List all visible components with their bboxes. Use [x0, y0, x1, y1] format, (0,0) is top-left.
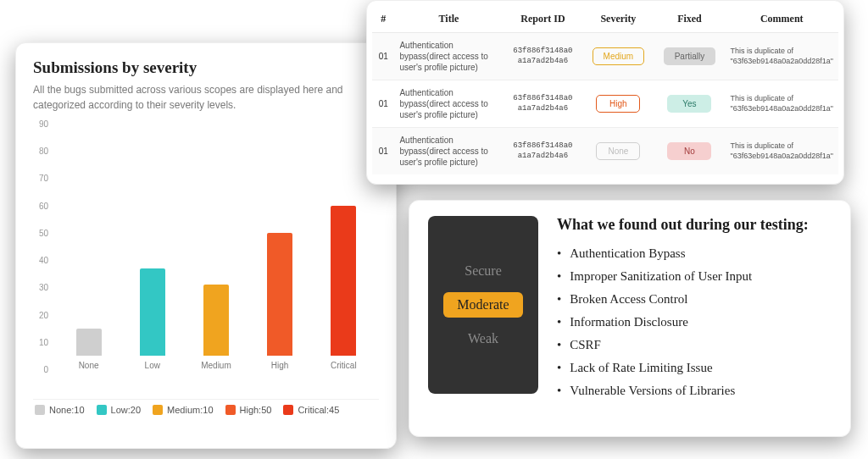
chart-legend: None:10Low:20Medium:10High:50Critical:45: [33, 399, 379, 417]
cell-fixed: Yes: [654, 80, 725, 128]
x-label: High: [271, 361, 289, 370]
findings-list-item: Vulnerable Versions of Libraries: [557, 379, 832, 402]
legend-item: High:50: [225, 405, 272, 415]
table-header: Comment: [726, 6, 839, 33]
cell-index: 01: [372, 80, 394, 128]
bar-high[interactable]: [267, 233, 292, 356]
bar-slot: Critical: [317, 206, 370, 370]
bar-medium[interactable]: [203, 285, 229, 356]
cell-report-id: 63f886f3148a0a1a7ad2b4a6: [503, 80, 582, 128]
bar-slot: Low: [126, 268, 179, 370]
fixed-badge: Yes: [667, 95, 711, 113]
fixed-badge: Partially: [664, 47, 716, 65]
findings-list-item: CSRF: [557, 334, 832, 357]
table-header: #: [372, 6, 394, 33]
cell-comment: This is duplicate of "63f63eb9148a0a2a0d…: [726, 128, 839, 175]
bar-slot: Medium: [190, 285, 242, 370]
table-row[interactable]: 01Authentication bypass(direct access to…: [372, 80, 838, 128]
cell-index: 01: [372, 33, 394, 80]
cell-report-id: 63f886f3148a0a1a7ad2b4a6: [503, 33, 582, 80]
table-header: Fixed: [654, 6, 725, 33]
bar-slot: High: [253, 233, 306, 370]
findings-list-item: Lack of Rate Limiting Issue: [557, 357, 832, 379]
x-label: None: [79, 361, 99, 370]
table-row[interactable]: 01Authentication bypass(direct access to…: [372, 128, 838, 175]
legend-swatch: [35, 405, 45, 415]
findings-title: What we found out during our testing:: [557, 216, 832, 234]
legend-swatch: [153, 405, 163, 415]
bars-container: NoneLowMediumHighCritical: [57, 124, 376, 370]
bar-none[interactable]: [76, 329, 102, 356]
table-header: Severity: [582, 6, 654, 33]
severity-badge: High: [596, 95, 640, 113]
findings-list-item: Authentication Bypass: [557, 242, 832, 265]
findings-list-item: Improper Sanitization of User Input: [557, 265, 832, 288]
submissions-table-card: #TitleReport IDSeverityFixedComment 01Au…: [366, 0, 844, 185]
legend-item: None:10: [35, 405, 85, 415]
bar-slot: None: [63, 329, 115, 370]
gauge-label-weak: Weak: [468, 331, 498, 346]
legend-item: Low:20: [97, 405, 141, 415]
legend-swatch: [283, 405, 293, 415]
cell-title: Authentication bypass(direct access to u…: [394, 128, 503, 175]
cell-severity: None: [582, 128, 654, 175]
x-label: Low: [145, 361, 160, 370]
cell-severity: High: [582, 80, 654, 128]
legend-item: Critical:45: [283, 405, 339, 415]
security-gauge: Secure Moderate Weak: [428, 216, 538, 394]
chart-card: Submissions by severity All the bugs sub…: [15, 42, 397, 449]
bar-critical[interactable]: [331, 206, 356, 356]
findings-list-item: Broken Access Control: [557, 288, 832, 311]
chart-subtitle: All the bugs submitted across various sc…: [33, 82, 379, 113]
chart-plot: 0102030405060708090NoneLowMediumHighCrit…: [33, 124, 379, 395]
x-label: Critical: [331, 361, 357, 370]
legend-swatch: [225, 405, 236, 415]
gauge-label-moderate: Moderate: [443, 292, 522, 318]
cell-comment: This is duplicate of "63f63eb9148a0a2a0d…: [726, 80, 839, 128]
table-header: Report ID: [503, 6, 582, 33]
legend-item: Medium:10: [153, 405, 213, 415]
table-header: Title: [394, 6, 503, 33]
cell-title: Authentication bypass(direct access to u…: [394, 80, 503, 128]
cell-fixed: Partially: [654, 33, 725, 80]
findings-card: Secure Moderate Weak What we found out d…: [409, 200, 851, 437]
x-label: Medium: [201, 361, 231, 370]
findings-body: What we found out during our testing: Au…: [557, 216, 832, 402]
severity-badge: None: [596, 142, 640, 160]
findings-list: Authentication BypassImproper Sanitizati…: [557, 242, 832, 402]
cell-severity: Medium: [582, 33, 654, 80]
cell-comment: This is duplicate of "63f63eb9148a0a2a0d…: [726, 33, 839, 80]
fixed-badge: No: [667, 142, 711, 160]
cell-fixed: No: [654, 128, 725, 175]
cell-report-id: 63f886f3148a0a1a7ad2b4a6: [503, 128, 582, 175]
bar-low[interactable]: [140, 268, 165, 356]
table-row[interactable]: 01Authentication bypass(direct access to…: [372, 33, 838, 80]
findings-list-item: Information Disclosure: [557, 311, 832, 334]
legend-swatch: [97, 405, 107, 415]
severity-badge: Medium: [593, 47, 645, 65]
cell-title: Authentication bypass(direct access to u…: [394, 33, 503, 80]
gauge-label-secure: Secure: [465, 263, 502, 279]
submissions-table: #TitleReport IDSeverityFixedComment 01Au…: [372, 6, 838, 174]
chart-title: Submissions by severity: [33, 58, 379, 77]
cell-index: 01: [372, 128, 394, 175]
